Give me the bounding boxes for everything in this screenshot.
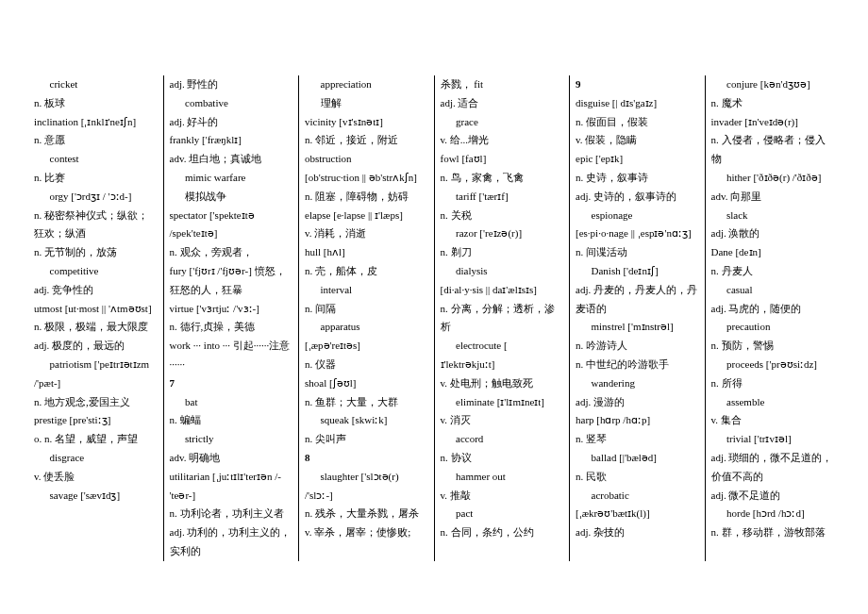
definition-line: n. 协议	[441, 449, 564, 468]
dictionary-columns: cricketn. 板球inclination [ˌɪnklɪ'neɪʃn]n.…	[28, 75, 840, 561]
definition-line: adj. 史诗的，叙事诗的	[576, 188, 699, 207]
word-entry: hammer out	[441, 468, 564, 487]
definition-line: n. 地方观念,爱国主义	[34, 393, 158, 412]
definition-line: adj. 好斗的	[170, 113, 293, 132]
definition-line: n. 史诗，叙事诗	[576, 169, 699, 188]
definition-line: utmost [ut·most || 'ʌtməʊst]	[34, 300, 158, 319]
definition-line: n. 间隔	[305, 300, 428, 319]
word-entry: slaughter ['slɔtə(r) /'slɔː-]	[305, 468, 428, 506]
word-entry: trivial ['trɪvɪəl]	[711, 430, 835, 449]
definition-line: adj. 野性的	[170, 75, 293, 94]
definition-line: n. 比赛	[34, 169, 158, 188]
definition-line: v. 集合	[711, 411, 835, 430]
definition-line: prestige [pre'stiːʒ]	[34, 411, 158, 430]
definition-line: shoal [ʃəʊl]	[305, 374, 428, 393]
definition-line: n. 所得	[711, 374, 835, 393]
definition-line: n. 秘密祭神仪式；纵欲；狂欢；纵酒	[34, 207, 158, 244]
word-entry: contest	[34, 150, 158, 169]
definition-line: n. 板球	[34, 94, 158, 113]
definition-line: n. 间谍活动	[576, 243, 699, 262]
word-entry: pact	[441, 505, 564, 523]
definition-line: adj. 马虎的，随便的	[711, 300, 835, 319]
definition-line: n. 残杀，大量杀戮，屠杀	[305, 505, 428, 523]
definition-line: n. 分离，分解；透析，渗析	[441, 300, 564, 338]
definition-line: n. 魔术	[711, 94, 835, 113]
definition-line: vicinity [vɪ'sɪnətɪ]	[305, 113, 428, 132]
word-entry: espionage	[576, 207, 699, 225]
definition-line: n. 观众，旁观者，	[170, 243, 293, 262]
col-1: cricketn. 板球inclination [ˌɪnklɪ'neɪʃn]n.…	[28, 75, 164, 561]
definition-line: Dane [deɪn]	[711, 243, 835, 262]
definition-line: n. 吟游诗人	[576, 337, 699, 356]
definition-line: n. 阻塞，障碍物，妨碍	[305, 188, 428, 207]
word-entry: ballad [|'bæləd]	[576, 449, 699, 468]
word-entry: competitive	[34, 262, 158, 281]
word-entry: wandering	[576, 374, 699, 393]
col-6: conjure [kən'dʒʊə]n. 魔术invader [ɪn'veɪdə…	[706, 75, 841, 561]
definition-line: [ˌæpə'reɪtəs]	[305, 337, 428, 356]
definition-line: v. 消耗，消逝	[305, 224, 428, 243]
definition-line: spectator ['spekteɪtə /spek'teɪtə]	[170, 207, 293, 244]
definition-line: adj. 竞争性的	[34, 281, 158, 300]
col-3: appreciation理解vicinity [vɪ'sɪnətɪ]n. 邻近，…	[299, 75, 435, 561]
definition-line: adj. 漫游的	[576, 393, 699, 412]
section-number: 9	[576, 75, 699, 94]
definition-line: utilitarian [ˌjuːtɪlɪ'terɪən /-'teər-]	[170, 468, 293, 506]
definition-line: n. 仪器	[305, 356, 428, 374]
word-entry: eliminate [ɪ'lɪmɪneɪt]	[441, 393, 564, 412]
col-4: 杀戮， fitadj. 适合gracev. 给...增光fowl [faʊl]n…	[435, 75, 571, 561]
word-entry: acrobatic [ˌækrəʊ'bætɪk(l)]	[576, 487, 699, 524]
word-entry: Danish ['deɪnɪʃ]	[576, 262, 699, 281]
definition-line: v. 使丢脸	[34, 468, 158, 487]
definition-line: adj. 功利的，功利主义的，实利的	[170, 523, 293, 561]
definition-line: n. 剃刀	[441, 243, 564, 262]
definition-line: epic ['epɪk]	[576, 150, 699, 169]
definition-line: v. 宰杀，屠宰；使惨败;	[305, 523, 428, 542]
word-entry: squeak [skwiːk]	[305, 411, 428, 430]
word-entry: hither ['ðɪðə(r) /'ðɪðə]	[711, 169, 835, 188]
definition-line: v. 消灭	[441, 411, 564, 430]
definition-line: fowl [faʊl]	[441, 150, 564, 169]
definition-line: n. 入侵者，侵略者；侵入物	[711, 131, 835, 169]
word-entry: razor ['reɪzə(r)]	[441, 224, 564, 243]
word-entry: precaution	[711, 318, 835, 337]
definition-line: invader [ɪn'veɪdə(r)]	[711, 113, 835, 132]
definition-line: n. 尖叫声	[305, 430, 428, 449]
word-entry: combative	[170, 94, 293, 113]
definition-line: n. 鸟，家禽，飞禽	[441, 169, 564, 188]
definition-line: adj. 琐细的，微不足道的，价值不高的	[711, 449, 835, 487]
definition-line: n. 意愿	[34, 131, 158, 150]
definition-line: n. 德行,贞操，美德	[170, 318, 293, 337]
word-entry: bat	[170, 393, 293, 412]
definition-line: n. 竖琴	[576, 430, 699, 449]
definition-line: frankly ['fræŋklɪ]	[170, 131, 293, 150]
word-entry: casual	[711, 281, 835, 300]
section-number: 7	[170, 374, 293, 393]
definition-line: n. 功利论者，功利主义者	[170, 505, 293, 523]
word-entry: patriotism ['peɪtrɪətɪzm /'pæt-]	[34, 356, 158, 393]
definition-line: disguise [| dɪs'gaɪz]	[576, 94, 699, 113]
word-entry: grace	[441, 113, 564, 132]
definition-line: adj. 极度的，最远的	[34, 337, 158, 356]
definition-line: v. 推敲	[441, 487, 564, 506]
definition-line: v. 假装，隐瞒	[576, 131, 699, 150]
definition-line: n. 合同，条约，公约	[441, 523, 564, 542]
definition-line: work ··· into ··· 引起······注意······	[170, 337, 293, 374]
definition-line: obstruction	[305, 150, 428, 169]
word-entry: slack	[711, 207, 835, 225]
word-entry: minstrel ['mɪnstrəl]	[576, 318, 699, 337]
section-number: 8	[305, 449, 428, 468]
word-entry: strictly	[170, 430, 293, 449]
word-entry: proceeds ['prəʊsiːdz]	[711, 356, 835, 374]
definition-line: n. 鱼群；大量，大群	[305, 393, 428, 412]
word-entry: apparatus	[305, 318, 428, 337]
definition-line: adj. 微不足道的	[711, 487, 835, 506]
definition-line: virtue ['vɜrtjuː /'vɜː-]	[170, 300, 293, 319]
word-entry: dialysis	[441, 262, 564, 281]
definition-line: adj. 涣散的	[711, 224, 835, 243]
definition-line: n. 无节制的，放荡	[34, 243, 158, 262]
definition-line: n. 极限，极端，最大限度	[34, 318, 158, 337]
definition-line: v. 处电刑；触电致死	[441, 374, 564, 393]
word-entry: mimic warfare	[170, 169, 293, 188]
definition-line: adv. 向那里	[711, 188, 835, 207]
